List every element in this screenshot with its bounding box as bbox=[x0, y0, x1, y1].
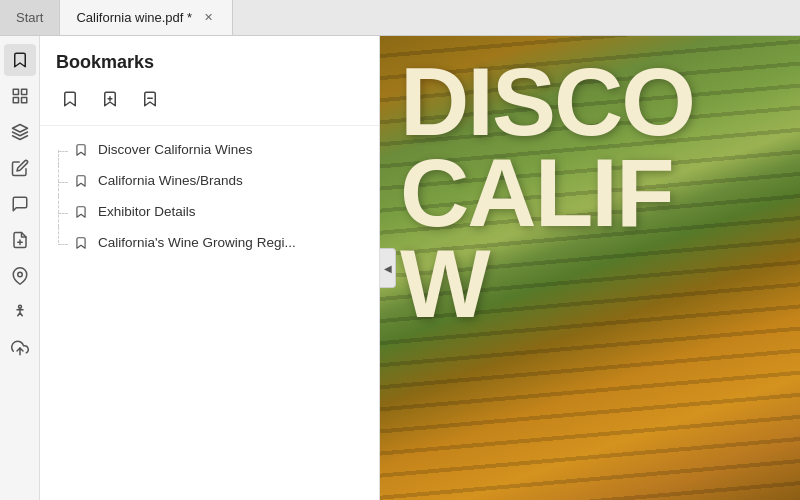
bookmark-item[interactable]: California's Wine Growing Regi... bbox=[40, 227, 379, 258]
pdf-text-overlay: DISCO CALIF W bbox=[380, 36, 800, 500]
pdf-viewer: DISCO CALIF W ◀ bbox=[380, 36, 800, 500]
bookmark-item-icon bbox=[74, 143, 88, 157]
bookmark-item[interactable]: California Wines/Brands bbox=[40, 165, 379, 196]
collapse-icon: ◀ bbox=[384, 263, 392, 274]
delete-bookmark-button[interactable] bbox=[136, 85, 164, 113]
svg-rect-2 bbox=[13, 98, 18, 103]
bookmark-item-label: California Wines/Brands bbox=[98, 173, 363, 188]
tab-start[interactable]: Start bbox=[0, 0, 60, 35]
bookmark-item-label: California's Wine Growing Regi... bbox=[98, 235, 363, 250]
tab-california-wine-label: California wine.pdf * bbox=[76, 10, 192, 25]
sidebar-icon-stamp[interactable] bbox=[4, 332, 36, 364]
pdf-large-text-line2: CALIF bbox=[400, 147, 780, 238]
bookmark-list: Discover California Wines California Win… bbox=[40, 126, 379, 500]
sidebar-icon-bookmark[interactable] bbox=[4, 44, 36, 76]
bookmark-item-label: Exhibitor Details bbox=[98, 204, 363, 219]
tab-bar: Start California wine.pdf * ✕ bbox=[0, 0, 800, 36]
svg-rect-1 bbox=[21, 89, 26, 94]
svg-rect-0 bbox=[13, 89, 18, 94]
add-sub-bookmark-button[interactable] bbox=[96, 85, 124, 113]
icon-sidebar bbox=[0, 36, 40, 500]
sidebar-icon-layers[interactable] bbox=[4, 116, 36, 148]
tab-california-wine[interactable]: California wine.pdf * ✕ bbox=[60, 0, 233, 35]
pdf-large-text-line3: W bbox=[400, 238, 780, 329]
main-area: Bookmarks bbox=[0, 36, 800, 500]
sidebar-icon-pages[interactable] bbox=[4, 80, 36, 112]
tab-start-label: Start bbox=[16, 10, 43, 25]
pdf-large-text-line1: DISCO bbox=[400, 56, 780, 147]
bookmarks-panel: Bookmarks bbox=[40, 36, 380, 500]
bookmark-item-label: Discover California Wines bbox=[98, 142, 363, 157]
bookmark-item[interactable]: Discover California Wines bbox=[40, 134, 379, 165]
sidebar-icon-comment[interactable] bbox=[4, 188, 36, 220]
bookmark-item-icon bbox=[74, 205, 88, 219]
sidebar-icon-edit[interactable] bbox=[4, 152, 36, 184]
bookmark-item[interactable]: Exhibitor Details bbox=[40, 196, 379, 227]
sidebar-icon-export[interactable] bbox=[4, 224, 36, 256]
bookmark-item-icon bbox=[74, 236, 88, 250]
svg-point-7 bbox=[17, 272, 22, 277]
collapse-panel-button[interactable]: ◀ bbox=[380, 248, 396, 288]
bookmark-item-icon bbox=[74, 174, 88, 188]
add-bookmark-button[interactable] bbox=[56, 85, 84, 113]
tab-close-button[interactable]: ✕ bbox=[200, 10, 216, 26]
svg-marker-4 bbox=[12, 125, 27, 133]
sidebar-icon-accessibility[interactable] bbox=[4, 296, 36, 328]
bookmarks-title: Bookmarks bbox=[40, 36, 379, 81]
sidebar-icon-location[interactable] bbox=[4, 260, 36, 292]
bookmarks-toolbar bbox=[40, 81, 379, 126]
pdf-content: DISCO CALIF W bbox=[380, 36, 800, 500]
svg-rect-3 bbox=[21, 98, 26, 103]
